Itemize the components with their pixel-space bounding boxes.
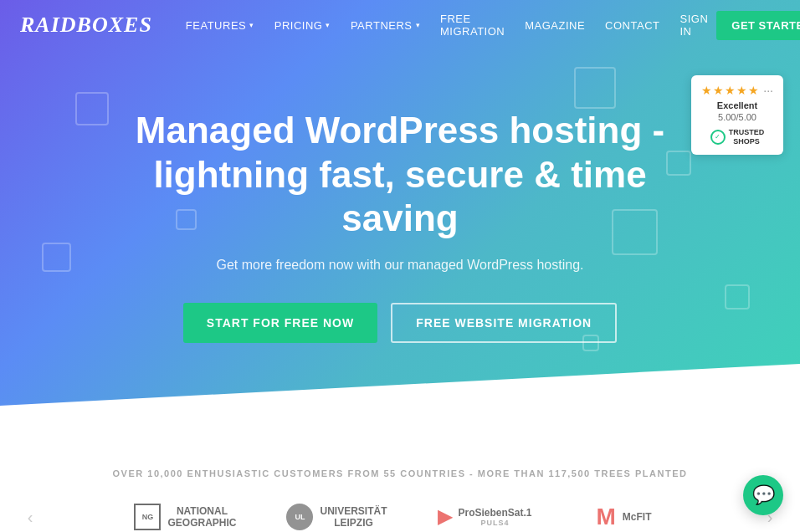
trusted-shops-icon: ✓ [710,130,726,145]
logos-prev-button[interactable]: ‹ [17,504,44,530]
uni-leipzig-icon: UL [286,504,313,530]
logos-row: ‹ NG NATIONAL GEOGRAPHIC UL UNIVERSITÄT [17,504,783,530]
chat-button[interactable]: 💬 [743,475,783,515]
logo-label: McFIT [623,511,652,523]
logos-inner: NG NATIONAL GEOGRAPHIC UL UNIVERSITÄT LE… [44,504,756,530]
trust-label: Excellent [701,100,773,110]
list-item: UL UNIVERSITÄT LEIPZIG [286,504,387,530]
logo-label: GEOGRAPHIC [167,517,236,529]
nav-sign-in[interactable]: SIGN IN [671,6,716,44]
lower-section: OVER 10,000 ENTHUSIASTIC CUSTOMERS FROM … [0,435,800,532]
brand-logo[interactable]: RAIDBOXES [20,13,152,38]
list-item: M McFIT [582,504,666,530]
chat-icon: 💬 [752,484,775,506]
chevron-down-icon: ▾ [249,21,254,29]
nav-right: GET STARTED NOW 🌐 EN [716,10,800,41]
logo-label: UNIVERSITÄT [320,505,387,517]
hero-subtitle: Get more freedom now with our managed Wo… [99,258,701,273]
nav-partners[interactable]: PARTNERS ▾ [342,13,428,38]
nav-features[interactable]: FEATURES ▾ [177,13,263,38]
list-item: ▶ ProSiebenSat.1 PULS4 [438,506,532,528]
trust-badge: ★★★★★ ··· Excellent 5.00/5.00 ✓ TRUSTEDS… [691,75,783,155]
logo-label: LEIPZIG [320,517,387,529]
mcfit-icon: M [597,504,616,530]
nav-pricing[interactable]: PRICING ▾ [266,13,339,38]
logo-label: NATIONAL [167,505,236,517]
start-free-button[interactable]: START FOR FREE NOW [183,303,377,343]
logo-sub-label: PULS4 [459,519,532,527]
get-started-button[interactable]: GET STARTED NOW [716,11,800,40]
trusted-shops-logo: ✓ TRUSTEDSHOPS [701,128,773,146]
trust-more-icon[interactable]: ··· [763,84,773,97]
national-geographic-icon: NG [134,504,161,530]
nav-free-migration[interactable]: FREE MIGRATION [432,6,513,44]
nav-contact[interactable]: CONTACT [597,13,668,38]
hero-section: ★★★★★ ··· Excellent 5.00/5.00 ✓ TRUSTEDS… [0,0,800,435]
free-migration-button[interactable]: FREE WEBSITE MIGRATION [391,303,617,343]
prosiebensat-icon: ▶ [438,506,452,528]
list-item: NG NATIONAL GEOGRAPHIC [134,504,236,530]
customers-bar: OVER 10,000 ENTHUSIASTIC CUSTOMERS FROM … [17,468,783,478]
chevron-down-icon: ▾ [326,21,331,29]
chevron-down-icon: ▾ [416,21,421,29]
logo-label: ProSiebenSat.1 [459,507,532,519]
nav-links: FEATURES ▾ PRICING ▾ PARTNERS ▾ FREE MIG… [177,6,716,44]
hero-buttons: START FOR FREE NOW FREE WEBSITE MIGRATIO… [99,303,701,343]
nav-magazine[interactable]: MAGAZINE [516,13,593,38]
trusted-shops-label: TRUSTEDSHOPS [729,128,765,146]
hero-content: Managed WordPress hosting - lightning fa… [99,109,701,343]
trust-stars: ★★★★★ [701,84,760,97]
trust-score: 5.00/5.00 [701,110,773,123]
hero-title: Managed WordPress hosting - lightning fa… [99,109,701,241]
